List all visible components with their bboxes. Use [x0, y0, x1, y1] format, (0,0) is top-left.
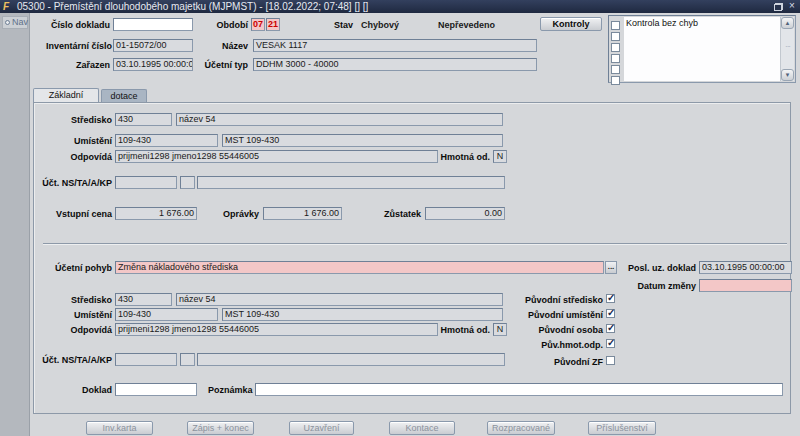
ucetni-typ-field[interactable]: DDHM 3000 - 40000	[253, 58, 537, 71]
obdobi-month-field[interactable]: 07	[251, 18, 265, 31]
puv-hmot-odp-label: Pův.hmot.odp.	[490, 340, 603, 350]
zarazen-label: Zařazen	[30, 60, 110, 70]
puvodni-zf-checkbox[interactable]	[606, 356, 615, 365]
rozpracovane-button[interactable]: Rozpracované	[487, 421, 555, 435]
nav-label: Nav	[12, 17, 28, 27]
scroll-up-icon[interactable]: ▲	[781, 17, 794, 29]
uzavreni-button[interactable]: Uzavření	[289, 421, 354, 435]
tab-zakladni[interactable]: Základní	[33, 88, 99, 102]
tab-dotace[interactable]: dotace	[101, 89, 147, 102]
hmotna-od-label: Hmotná od.	[420, 152, 490, 162]
inventarni-cislo-label: Inventární číslo	[28, 41, 112, 51]
umisteni2-name-field[interactable]: MST 109-430	[222, 308, 503, 321]
hmotna-od2-label: Hmotná od.	[420, 325, 490, 335]
odpovida2-label: Odpovídá	[30, 325, 112, 335]
nazev-field[interactable]: VESAK 1117	[253, 39, 537, 52]
umisteni-code-field[interactable]: 109-430	[115, 134, 218, 147]
uct-ns2-label: Účt. NS/TA/A/KP	[30, 355, 112, 365]
nav-button[interactable]: Nav	[2, 16, 28, 29]
kontace-button[interactable]: Kontace	[389, 421, 455, 435]
puvodni-umisteni-label: Původní umístění	[490, 310, 603, 320]
opravky-field[interactable]: 1 676.00	[263, 207, 342, 220]
nav-radio-icon	[5, 20, 10, 25]
cislo-dokladu-input[interactable]	[113, 18, 193, 31]
uct-ns2-field-2[interactable]	[180, 353, 195, 366]
puvodni-zf-label: Původní ZF	[490, 357, 603, 367]
umisteni-name-field[interactable]: MST 109-430	[222, 134, 503, 147]
transfer-status: Nepřevedeno	[438, 20, 495, 30]
hmotna-od-field[interactable]: N	[493, 150, 507, 163]
puvodni-stredisko-checkbox[interactable]	[606, 294, 615, 303]
uct-ns2-field-1[interactable]	[115, 353, 177, 366]
nazev-label: Název	[198, 41, 248, 51]
kontroly-button[interactable]: Kontroly	[540, 17, 602, 31]
scroll-thumb[interactable]: ···	[785, 45, 790, 54]
ucetni-pohyb-label: Účetní pohyb	[30, 263, 112, 273]
checklist-checkbox[interactable]	[611, 43, 620, 52]
checklist-checkbox[interactable]	[611, 32, 620, 41]
checklist-checkbox[interactable]	[611, 54, 620, 63]
checklist-list: Kontrola bez chyb	[624, 17, 781, 81]
odpovida2-field[interactable]: prijmeni1298 jmeno1298 55446005	[115, 323, 438, 336]
datum-zmeny-field[interactable]	[699, 279, 792, 292]
poznamka-input[interactable]	[255, 383, 783, 396]
main-groupbox	[33, 102, 791, 414]
datum-zmeny-label: Datum změny	[616, 281, 696, 291]
vstupni-cena-field[interactable]: 1 676.00	[115, 207, 197, 220]
checklist-checkbox[interactable]	[611, 21, 620, 30]
stredisko-label: Středisko	[30, 115, 112, 125]
checklist-checkbox[interactable]	[611, 76, 620, 85]
window-title: 05300 - Přemístění dlouhodobého majetku …	[17, 0, 368, 13]
zustatek-label: Zůstatek	[381, 209, 421, 219]
kontrola-checklist: Kontrola bez chyb ▲ ··· ▼	[608, 15, 796, 83]
close-icon[interactable]: ×	[787, 0, 797, 12]
stav-value: Chybový	[361, 20, 399, 30]
posl-uz-doklad-field[interactable]: 03.10.1995 00:00:00	[699, 261, 792, 274]
stredisko2-code-field[interactable]: 430	[115, 293, 172, 306]
puvodni-stredisko-label: Původní středisko	[490, 295, 603, 305]
nav-strip: Nav	[0, 13, 30, 436]
checklist-scrollbar[interactable]: ▲ ··· ▼	[781, 17, 794, 81]
scroll-down-icon[interactable]: ▼	[781, 69, 794, 81]
checklist-item[interactable]: Kontrola bez chyb	[624, 17, 780, 30]
uct-ns2-field-3[interactable]	[197, 353, 505, 366]
umisteni-label: Umístění	[30, 136, 112, 146]
doklad-input[interactable]	[115, 383, 197, 396]
umisteni2-code-field[interactable]: 109-430	[115, 308, 218, 321]
stredisko-name-field[interactable]: název 54	[176, 113, 503, 126]
uct-ns-field-1[interactable]	[115, 176, 177, 189]
stredisko2-label: Středisko	[30, 295, 112, 305]
doklad-label: Doklad	[30, 385, 112, 395]
uct-ns-field-2[interactable]	[180, 176, 195, 189]
puvodni-osoba-checkbox[interactable]	[606, 324, 615, 333]
uct-ns-field-3[interactable]	[197, 176, 505, 189]
zarazen-field[interactable]: 03.10.1995 00:00:00	[113, 58, 193, 71]
prislusenstvi-button[interactable]: Příslušenství	[588, 421, 656, 435]
umisteni2-label: Umístění	[30, 310, 112, 320]
inventarni-cislo-field[interactable]: 01-15072/00	[113, 39, 193, 52]
odpovida-field[interactable]: prijmeni1298 jmeno1298 55446005	[115, 150, 438, 163]
posl-uz-doklad-label: Posl. uz. doklad	[616, 263, 696, 273]
puv-hmot-odp-checkbox[interactable]	[606, 339, 615, 348]
restore-window-icon[interactable]	[774, 3, 783, 11]
zustatek-field[interactable]: 0.00	[425, 207, 505, 220]
app-icon: F	[3, 0, 9, 13]
stredisko2-name-field[interactable]: název 54	[176, 293, 503, 306]
vstupni-cena-label: Vstupní cena	[30, 209, 112, 219]
obdobi-year-field[interactable]: 21	[266, 18, 280, 31]
section-divider	[43, 243, 787, 244]
zapis-konec-button[interactable]: Zápis + konec	[187, 421, 254, 435]
puvodni-osoba-label: Původní osoba	[490, 325, 603, 335]
opravky-label: Oprávky	[219, 209, 259, 219]
cislo-dokladu-label: Číslo dokladu	[30, 20, 110, 30]
title-bar: F 05300 - Přemístění dlouhodobého majetk…	[0, 0, 800, 13]
odpovida-label: Odpovídá	[30, 152, 112, 162]
puvodni-umisteni-checkbox[interactable]	[606, 309, 615, 318]
ucetni-typ-label: Účetní typ	[198, 60, 248, 70]
poznamka-label: Poznámka	[208, 385, 252, 395]
stredisko-code-field[interactable]: 430	[115, 113, 172, 126]
ucetni-pohyb-field[interactable]: Změna nákladového střediska	[115, 261, 604, 274]
checklist-checkbox[interactable]	[611, 65, 620, 74]
inv-karta-button[interactable]: Inv.karta	[86, 421, 153, 435]
stav-label: Stav	[320, 20, 353, 30]
